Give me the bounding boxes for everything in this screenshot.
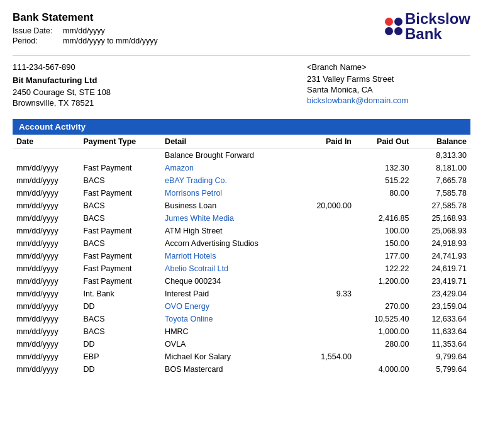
table-row: mm/dd/yyyyFast PaymentATM High Street100… — [13, 225, 470, 237]
circle-red — [385, 18, 393, 26]
circle-blue-2 — [385, 27, 393, 35]
cell-balance: 7,665.78 — [413, 174, 470, 187]
col-paid-out: Paid Out — [355, 135, 413, 149]
table-row: mm/dd/yyyyFast PaymentMorrisons Petrol80… — [13, 187, 470, 199]
cell-detail: Cheque 000234 — [161, 275, 297, 288]
bank-name-line1: Bickslow — [405, 11, 470, 26]
cell-payment-type: Fast Payment — [79, 250, 161, 262]
cell-paid-out: 80.00 — [355, 187, 413, 199]
cell-balance: 24,741.93 — [413, 250, 470, 262]
cell-paid-in — [298, 174, 355, 187]
branch-email: bickslowbank@domain.com — [307, 96, 470, 105]
cell-paid-in — [298, 225, 355, 237]
cell-paid-out: 150.00 — [355, 237, 413, 250]
cell-date: mm/dd/yyyy — [13, 237, 79, 250]
cell-paid-in — [298, 262, 355, 275]
cell-detail: ATM High Street — [161, 225, 297, 237]
cell-date: mm/dd/yyyy — [13, 162, 79, 174]
table-row: mm/dd/yyyyBACSHMRC1,000.0011,633.64 — [13, 325, 470, 338]
cell-detail: Balance Brought Forward — [161, 149, 297, 162]
cell-paid-out: 280.00 — [355, 338, 413, 350]
cell-balance: 23,159.04 — [413, 300, 470, 313]
cell-paid-in — [298, 300, 355, 313]
cell-paid-in — [298, 338, 355, 350]
table-row: mm/dd/yyyyDDOVLA280.0011,353.64 — [13, 338, 470, 350]
cell-detail: Abelio Scotrail Ltd — [161, 262, 297, 275]
table-row: mm/dd/yyyyDDBOS Mastercard4,000.005,799.… — [13, 363, 470, 376]
cell-detail: Michael Kor Salary — [161, 350, 297, 363]
cell-payment-type: BACS — [79, 199, 161, 212]
cell-paid-in — [298, 237, 355, 250]
circle-blue-1 — [394, 18, 402, 26]
cell-payment-type: BACS — [79, 212, 161, 225]
cell-balance: 9,799.64 — [413, 350, 470, 363]
cell-detail: Amazon — [161, 162, 297, 174]
cell-balance: 8,181.00 — [413, 162, 470, 174]
cell-paid-in — [298, 325, 355, 338]
col-balance: Balance — [413, 135, 470, 149]
cell-detail: Morrisons Petrol — [161, 187, 297, 199]
bb-logo-icon: Bickslow Bank — [385, 11, 470, 42]
cell-detail: Jumes White Media — [161, 212, 297, 225]
cell-payment-type: Fast Payment — [79, 275, 161, 288]
cell-paid-out: 2,416.85 — [355, 212, 413, 225]
bb-row-top — [385, 18, 402, 26]
branch-address-2: Santa Monica, CA — [307, 85, 470, 94]
table-row: mm/dd/yyyyEBPMichael Kor Salary1,554.009… — [13, 350, 470, 363]
company-name: Bit Manufacturing Ltd — [13, 76, 307, 85]
period-row: Period: mm/dd/yyyy to mm/dd/yyyy — [13, 36, 307, 45]
col-detail: Detail — [161, 135, 297, 149]
cell-balance: 23,429.04 — [413, 288, 470, 300]
cell-detail: Marriott Hotels — [161, 250, 297, 262]
divider-1 — [13, 55, 470, 56]
cell-balance: 23,419.71 — [413, 275, 470, 288]
issue-date-label: Issue Date: — [13, 26, 57, 35]
table-row: Balance Brought Forward8,313.30 — [13, 149, 470, 162]
table-header-row: Date Payment Type Detail Paid In Paid Ou… — [13, 135, 470, 149]
cell-paid-out: 515.22 — [355, 174, 413, 187]
cell-paid-out: 4,000.00 — [355, 363, 413, 376]
cell-payment-type: BACS — [79, 325, 161, 338]
branch-name: <Branch Name> — [307, 62, 470, 72]
address-line-2: Brownsville, TX 78521 — [13, 98, 307, 108]
bb-row-bottom — [385, 27, 402, 35]
cell-detail: Toyota Online — [161, 313, 297, 325]
left-header: Bank Statement Issue Date: mm/dd/yyyy Pe… — [13, 11, 307, 47]
cell-balance: 27,585.78 — [413, 199, 470, 212]
cell-date: mm/dd/yyyy — [13, 275, 79, 288]
cell-payment-type — [79, 149, 161, 162]
cell-date: mm/dd/yyyy — [13, 225, 79, 237]
col-paid-in: Paid In — [298, 135, 355, 149]
table-row: mm/dd/yyyyDDOVO Energy270.0023,159.04 — [13, 300, 470, 313]
issue-date-row: Issue Date: mm/dd/yyyy — [13, 26, 307, 35]
cell-balance: 24,918.93 — [413, 237, 470, 250]
cell-payment-type: EBP — [79, 350, 161, 363]
cell-paid-out: 1,000.00 — [355, 325, 413, 338]
activity-header: Account Activity — [13, 119, 470, 135]
cell-paid-out: 10,525.40 — [355, 313, 413, 325]
cell-date: mm/dd/yyyy — [13, 250, 79, 262]
cell-paid-out — [355, 199, 413, 212]
issue-date-value: mm/dd/yyyy — [63, 26, 105, 35]
cell-payment-type: BACS — [79, 174, 161, 187]
cell-paid-out: 177.00 — [355, 250, 413, 262]
cell-paid-in: 20,000.00 — [298, 199, 355, 212]
cell-date: mm/dd/yyyy — [13, 212, 79, 225]
cell-payment-type: Fast Payment — [79, 187, 161, 199]
table-row: mm/dd/yyyyBACSBusiness Loan20,000.0027,5… — [13, 199, 470, 212]
cell-date: mm/dd/yyyy — [13, 350, 79, 363]
table-row: mm/dd/yyyyBACSAccorn Advertising Studios… — [13, 237, 470, 250]
cell-paid-out: 1,200.00 — [355, 275, 413, 288]
cell-balance: 11,633.64 — [413, 325, 470, 338]
cell-balance: 11,353.64 — [413, 338, 470, 350]
cell-paid-in — [298, 313, 355, 325]
cell-date: mm/dd/yyyy — [13, 338, 79, 350]
table-row: mm/dd/yyyyBACSJumes White Media2,416.852… — [13, 212, 470, 225]
activity-table: Date Payment Type Detail Paid In Paid Ou… — [13, 135, 470, 376]
cell-detail: OVLA — [161, 338, 297, 350]
cell-date: mm/dd/yyyy — [13, 174, 79, 187]
cell-paid-out — [355, 350, 413, 363]
cell-paid-in — [298, 250, 355, 262]
cell-payment-type: BACS — [79, 313, 161, 325]
cell-balance: 5,799.64 — [413, 363, 470, 376]
